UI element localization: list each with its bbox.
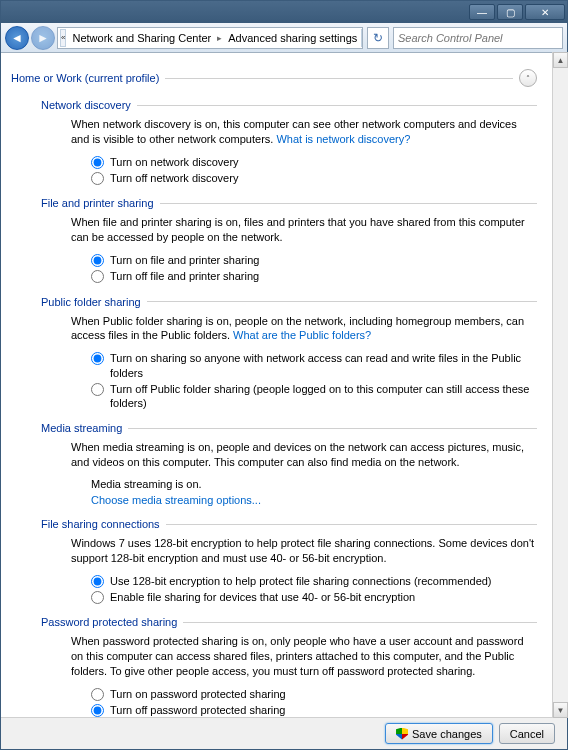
breadcrumb-dropdown-icon[interactable]: ▾: [361, 29, 363, 47]
section-media-streaming: Media streaming: [41, 422, 537, 434]
radio-fp-on[interactable]: Turn on file and printer sharing: [91, 253, 537, 267]
media-streaming-status: Media streaming is on.: [91, 478, 537, 490]
network-discovery-link[interactable]: What is network discovery?: [276, 133, 410, 145]
media-streaming-link[interactable]: Choose media streaming options...: [91, 494, 261, 506]
cancel-button[interactable]: Cancel: [499, 723, 555, 744]
scrollbar[interactable]: ▲ ▼: [552, 52, 568, 718]
maximize-button[interactable]: ▢: [497, 4, 523, 20]
section-network-discovery: Network discovery: [41, 99, 537, 111]
close-button[interactable]: ✕: [525, 4, 565, 20]
public-folder-link[interactable]: What are the Public folders?: [233, 329, 371, 341]
public-folder-desc: When Public folder sharing is on, people…: [71, 314, 537, 344]
password-protected-desc: When password protected sharing is on, o…: [71, 634, 537, 679]
file-printer-desc: When file and printer sharing is on, fil…: [71, 215, 537, 245]
radio-fsc-40[interactable]: Enable file sharing for devices that use…: [91, 590, 537, 604]
media-streaming-desc: When media streaming is on, people and d…: [71, 440, 537, 470]
scroll-up-icon[interactable]: ▲: [553, 52, 568, 68]
radio-pp-on[interactable]: Turn on password protected sharing: [91, 687, 537, 701]
radio-nd-on[interactable]: Turn on network discovery: [91, 155, 537, 169]
radio-fsc-128[interactable]: Use 128-bit encryption to help protect f…: [91, 574, 537, 588]
shield-icon: [396, 728, 408, 740]
section-public-folder: Public folder sharing: [41, 296, 537, 308]
section-file-printer: File and printer sharing: [41, 197, 537, 209]
network-discovery-desc: When network discovery is on, this compu…: [71, 117, 537, 147]
back-button[interactable]: ◄: [5, 26, 29, 50]
footer: Save changes Cancel: [1, 717, 567, 749]
section-password-protected: Password protected sharing: [41, 616, 537, 628]
titlebar: — ▢ ✕: [1, 1, 567, 23]
chevron-right-icon: ▸: [215, 33, 224, 43]
file-sharing-conn-desc: Windows 7 uses 128-bit encryption to hel…: [71, 536, 537, 566]
search-field[interactable]: [398, 32, 558, 44]
radio-fp-off[interactable]: Turn off file and printer sharing: [91, 269, 537, 283]
minimize-button[interactable]: —: [469, 4, 495, 20]
save-changes-button[interactable]: Save changes: [385, 723, 493, 744]
breadcrumb-history-icon[interactable]: «: [60, 29, 66, 47]
content-area: Home or Work (current profile) ˄ Network…: [1, 53, 567, 717]
breadcrumb[interactable]: « Network and Sharing Center ▸ Advanced …: [57, 27, 363, 49]
collapse-button[interactable]: ˄: [519, 69, 537, 87]
radio-pp-off[interactable]: Turn off password protected sharing: [91, 703, 537, 717]
search-input[interactable]: [393, 27, 563, 49]
breadcrumb-item-2[interactable]: Advanced sharing settings: [224, 32, 361, 44]
scroll-down-icon[interactable]: ▼: [553, 702, 568, 718]
breadcrumb-item-1[interactable]: Network and Sharing Center: [68, 32, 215, 44]
section-file-sharing-conn: File sharing connections: [41, 518, 537, 530]
navbar: ◄ ► « Network and Sharing Center ▸ Advan…: [1, 23, 567, 53]
profile-header: Home or Work (current profile) ˄: [11, 69, 537, 87]
radio-pf-off[interactable]: Turn off Public folder sharing (people l…: [91, 382, 537, 411]
window: — ▢ ✕ ◄ ► « Network and Sharing Center ▸…: [0, 0, 568, 750]
profile-title: Home or Work (current profile): [11, 72, 159, 84]
radio-nd-off[interactable]: Turn off network discovery: [91, 171, 537, 185]
refresh-button[interactable]: ↻: [367, 27, 389, 49]
forward-button[interactable]: ►: [31, 26, 55, 50]
radio-pf-on[interactable]: Turn on sharing so anyone with network a…: [91, 351, 537, 380]
